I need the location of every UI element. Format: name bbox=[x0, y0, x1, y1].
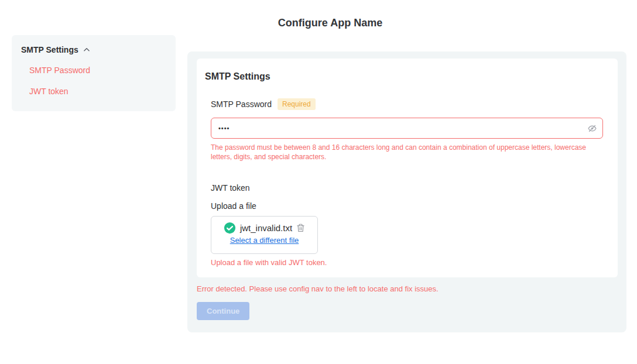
config-main-panel: SMTP Settings SMTP Password Required bbox=[187, 51, 626, 332]
card-title: SMTP Settings bbox=[205, 71, 603, 82]
smtp-settings-card: SMTP Settings SMTP Password Required bbox=[197, 59, 618, 277]
uploaded-file-name: jwt_invalid.txt bbox=[240, 223, 292, 233]
global-error-message: Error detected. Please use config nav to… bbox=[197, 284, 439, 293]
check-circle-icon bbox=[224, 222, 236, 234]
smtp-password-label-row: SMTP Password Required bbox=[211, 98, 603, 110]
sidebar-section-label: SMTP Settings bbox=[21, 45, 78, 54]
uploaded-file-row: jwt_invalid.txt bbox=[217, 222, 311, 234]
smtp-password-input[interactable] bbox=[211, 118, 603, 139]
continue-button[interactable]: Continue bbox=[197, 302, 249, 320]
sidebar-item-jwt-token[interactable]: JWT token bbox=[29, 87, 166, 96]
page-title: Configure App Name bbox=[23, 17, 637, 29]
upload-file-label: Upload a file bbox=[211, 201, 603, 211]
file-upload-box: jwt_invalid.txt Select a different file bbox=[211, 216, 318, 254]
form-content: SMTP Password Required The password must… bbox=[211, 98, 603, 267]
sidebar-item-smtp-password[interactable]: SMTP Password bbox=[29, 66, 166, 75]
jwt-token-error: Upload a file with valid JWT token. bbox=[211, 258, 603, 267]
eye-slash-icon[interactable] bbox=[587, 123, 597, 133]
required-badge: Required bbox=[278, 98, 316, 110]
panel-footer: Error detected. Please use config nav to… bbox=[197, 284, 439, 320]
sidebar-items: SMTP Password JWT token bbox=[29, 66, 166, 96]
chevron-up-icon bbox=[83, 46, 91, 54]
config-nav-sidebar: SMTP Settings SMTP Password JWT token bbox=[12, 35, 176, 111]
sidebar-section-smtp-settings[interactable]: SMTP Settings bbox=[21, 45, 166, 54]
jwt-token-label: JWT token bbox=[211, 183, 603, 193]
trash-icon[interactable] bbox=[296, 223, 305, 233]
select-different-file-link[interactable]: Select a different file bbox=[230, 236, 299, 245]
smtp-password-field-wrap bbox=[211, 118, 603, 139]
smtp-password-error: The password must be between 8 and 16 ch… bbox=[211, 143, 603, 162]
smtp-password-label: SMTP Password bbox=[211, 99, 272, 109]
configure-app-page: Configure App Name SMTP Settings SMTP Pa… bbox=[0, 0, 637, 364]
